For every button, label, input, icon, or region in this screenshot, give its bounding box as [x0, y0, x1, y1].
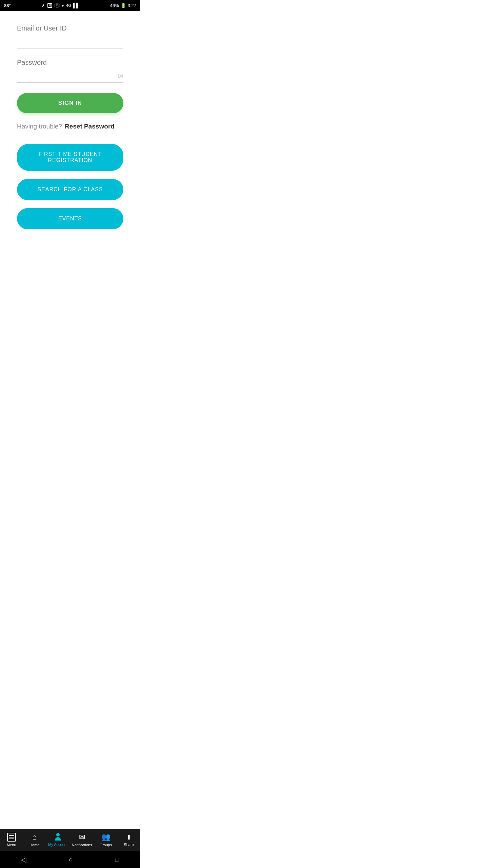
trouble-text: Having trouble?: [17, 123, 62, 130]
password-wrapper: ☒: [17, 70, 123, 83]
reset-password-link[interactable]: Reset Password: [65, 123, 115, 130]
toggle-password-icon[interactable]: ☒: [118, 73, 123, 80]
events-button[interactable]: EVENTS: [17, 208, 123, 229]
sign-in-button[interactable]: SIGN IN: [17, 93, 123, 113]
registration-button[interactable]: FIRST TIME STUDENT REGISTRATION: [17, 144, 123, 171]
email-input[interactable]: [17, 36, 123, 48]
signal-icon: 4G: [66, 3, 71, 7]
trouble-row: Having trouble? Reset Password: [17, 123, 123, 130]
signal-bars: ▌▌: [73, 3, 79, 8]
password-input[interactable]: [17, 70, 123, 83]
password-label: Password: [17, 59, 123, 66]
status-bar: 88° ✗ N 📳 ▾ 4G ▌▌ 46% 🔋 3:27: [0, 0, 140, 11]
email-field-group: Email or User ID: [17, 24, 123, 48]
battery-percent: 46%: [110, 3, 119, 8]
status-icons: ✗ N 📳 ▾ 4G ▌▌: [41, 3, 79, 8]
status-right: 46% 🔋 3:27: [110, 3, 136, 8]
temperature: 88°: [4, 3, 11, 8]
clock: 3:27: [128, 3, 136, 8]
nfc-icon: N: [47, 3, 52, 8]
battery-icon: 🔋: [121, 3, 126, 8]
bluetooth-icon: ✗: [41, 3, 45, 8]
wifi-icon: ▾: [62, 3, 64, 8]
email-label: Email or User ID: [17, 24, 123, 32]
vibrate-icon: 📳: [54, 3, 60, 8]
main-content: Email or User ID Password ☒ SIGN IN Havi…: [0, 11, 140, 244]
search-class-button[interactable]: SEARCH FOR A CLASS: [17, 179, 123, 200]
password-field-group: Password ☒: [17, 59, 123, 83]
